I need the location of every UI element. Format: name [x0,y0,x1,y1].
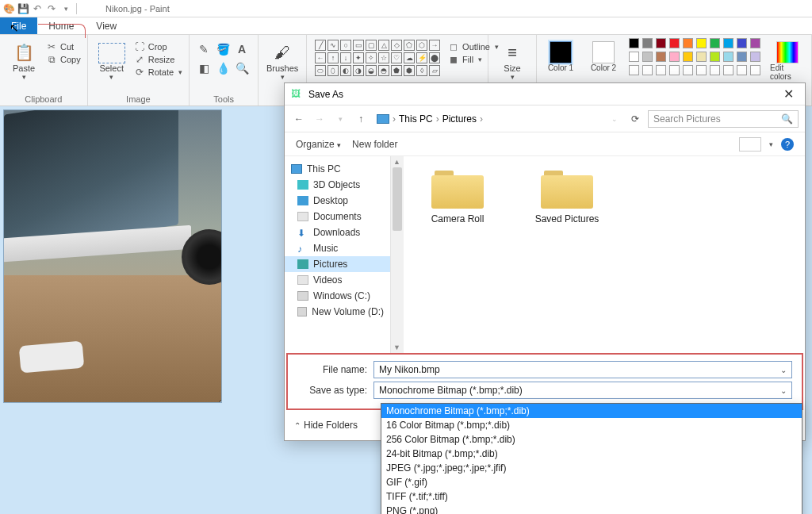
tree-node-pictures[interactable]: Pictures [285,256,390,272]
forward-button[interactable]: → [312,111,327,127]
up-button[interactable]: ↑ [353,111,369,127]
rotate-label: Rotate [148,67,174,77]
video-icon [297,275,308,285]
image-group-label: Image [94,93,182,104]
recent-dropdown-icon[interactable]: ▾ [332,111,348,127]
tree-scrollbar[interactable] [391,156,404,353]
picker-icon[interactable]: 💧 [215,60,231,76]
dialog-body: This PC 3D Objects Desktop Documents ⬇Do… [285,156,805,353]
tree-node-music[interactable]: ♪Music [285,240,390,256]
tree-node-thispc[interactable]: This PC [285,161,390,177]
magnifier-icon[interactable]: 🔍 [234,60,250,76]
type-option[interactable]: 256 Color Bitmap (*.bmp;*.dib) [381,432,802,447]
folder-cameraroll[interactable]: Camera Roll [418,167,497,224]
tree-node-3dobjects[interactable]: 3D Objects [285,177,390,193]
select-icon [98,43,125,63]
color1-button[interactable]: Color 1 [543,38,578,72]
resize-button[interactable]: ⤢Resize [134,54,182,65]
tree-node-ddrive[interactable]: New Volume (D:) [285,304,390,320]
folder-view[interactable]: Camera Roll Saved Pictures [404,156,805,353]
back-button[interactable]: ← [291,111,307,127]
folder-icon [541,167,593,209]
color1-label: Color 1 [548,63,573,72]
chevron-down-icon[interactable]: ⌄ [780,386,787,395]
paste-button[interactable]: 📋 Paste ▾ [6,38,41,81]
folder-savedpictures[interactable]: Saved Pictures [527,167,607,224]
tree-node-downloads[interactable]: ⬇Downloads [285,224,390,240]
resize-label: Resize [148,55,175,64]
tab-home[interactable]: Home [37,17,85,34]
tree-node-desktop[interactable]: Desktop [285,193,390,209]
title-bar: 🎨 💾 ↶ ↷ ▾ Nikon.jpg - Paint [0,0,812,17]
type-option[interactable]: TIFF (*.tif;*.tiff) [381,489,802,504]
tree-node-documents[interactable]: Documents [285,209,390,224]
ribbon-group-clipboard: 📋 Paste ▾ ✂Cut ⧉Copy Clipboard [0,35,88,105]
chevron-down-icon: ▾ [178,68,182,76]
tree-node-videos[interactable]: Videos [285,272,390,288]
refresh-button[interactable]: ⟳ [627,111,643,127]
eraser-icon[interactable]: ◧ [196,60,212,76]
type-option[interactable]: GIF (*.gif) [381,475,802,489]
hide-folders-button[interactable]: ⌃ Hide Folders [294,420,358,431]
brushes-button[interactable]: 🖌 Brushes ▾ [265,38,300,81]
color2-swatch [592,41,615,63]
chevron-down-icon[interactable]: ▾ [769,140,773,148]
type-option[interactable]: PNG (*.png) [381,504,802,514]
saveastype-select[interactable]: Monochrome Bitmap (*.bmp;*.dib) ⌄ [373,382,792,399]
crop-button[interactable]: ⛶Crop [134,41,182,52]
save-icon[interactable]: 💾 [17,3,29,14]
select-button[interactable]: Select ▾ [94,38,129,81]
chevron-down-icon: ▾ [22,73,26,81]
type-option[interactable]: JPEG (*.jpg;*.jpeg;*.jpe;*.jfif) [381,461,802,475]
divider [76,3,77,14]
help-button[interactable]: ? [781,138,794,151]
edit-colors-label: Edit colors [770,63,805,81]
filename-value: My Nikon.bmp [379,364,440,375]
qat-dropdown-icon[interactable]: ▾ [60,3,71,14]
filename-input[interactable]: My Nikon.bmp ⌄ [373,361,792,378]
saveastype-value: Monochrome Bitmap (*.bmp;*.dib) [379,385,523,396]
edit-colors-button[interactable]: Edit colors [770,38,805,81]
search-input[interactable]: Search Pictures 🔍 [648,110,799,128]
shapes-gallery[interactable]: ╱∿○▭▢△◇⬠⬡→ ←↑↓✦✧☆♡☁⚡⬤ ⬭⬯◐◑◒◓⬟⬢◊▱ [313,38,442,78]
close-button[interactable]: ✕ [779,86,799,102]
tab-view[interactable]: View [85,17,128,34]
redo-icon[interactable]: ↷ [46,3,57,14]
organize-button[interactable]: Organize ▾ [296,139,341,150]
dialog-titlebar: 🖼 Save As ✕ [285,83,805,105]
rotate-button[interactable]: ⟳Rotate▾ [134,67,182,78]
fill-icon[interactable]: 🪣 [215,41,231,57]
tools-group-label: Tools [196,93,251,104]
cut-button[interactable]: ✂Cut [46,41,81,52]
ribbon-group-tools: ✎ 🪣 A ◧ 💧 🔍 Tools [190,35,259,105]
saveastype-dropdown[interactable]: Monochrome Bitmap (*.bmp;*.dib) 16 Color… [381,403,802,514]
outline-icon: ◻ [448,41,459,52]
tree-node-cdrive[interactable]: Windows (C:) [285,288,390,304]
resize-handle[interactable] [220,401,222,403]
color2-button[interactable]: Color 2 [586,38,621,72]
tab-file[interactable]: File [0,17,37,34]
chevron-down-icon: ▾ [337,141,341,149]
crumb-pictures[interactable]: Pictures [442,113,477,125]
pencil-icon[interactable]: ✎ [196,41,212,57]
cut-label: Cut [60,42,74,52]
size-button[interactable]: ≡ Size ▾ [495,38,530,81]
chevron-down-icon[interactable]: ⌄ [780,366,787,374]
undo-icon[interactable]: ↶ [32,3,43,14]
view-button[interactable] [739,137,761,152]
copy-button[interactable]: ⧉Copy [46,54,81,65]
download-icon: ⬇ [297,228,308,237]
crumb-thispc[interactable]: This PC [399,113,433,125]
type-option[interactable]: 24-bit Bitmap (*.bmp;*.dib) [381,447,802,461]
type-option[interactable]: Monochrome Bitmap (*.bmp;*.dib) [381,404,802,418]
cube-icon [297,180,308,190]
text-icon[interactable]: A [234,41,250,57]
chevron-right-icon: › [393,113,396,125]
canvas[interactable] [3,109,222,403]
type-option[interactable]: 16 Color Bitmap (*.bmp;*.dib) [381,418,802,432]
color-palette[interactable] [629,38,762,77]
dialog-toolbar: Organize ▾ New folder ▾ ? [285,132,805,156]
breadcrumb[interactable]: › This PC › Pictures › [377,113,483,125]
newfolder-button[interactable]: New folder [352,139,397,150]
address-dropdown-icon[interactable]: ⌄ [607,111,622,127]
